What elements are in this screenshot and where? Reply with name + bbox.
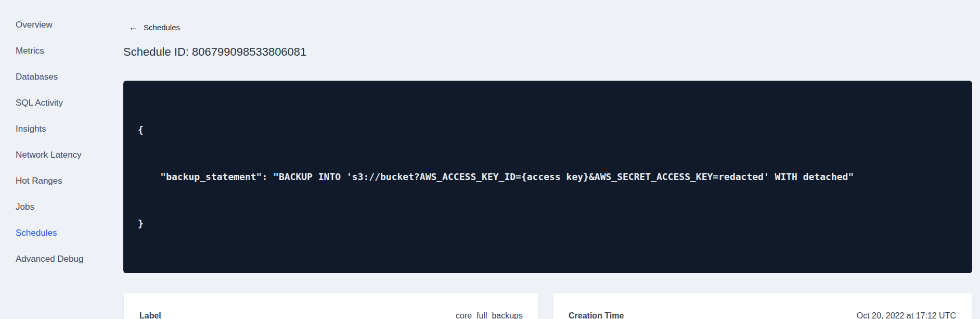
sidebar-item-network-latency[interactable]: Network Latency xyxy=(0,142,123,168)
sidebar: Overview Metrics Databases SQL Activity … xyxy=(0,0,123,319)
schedule-meta-card: Creation Time Oct 20, 2022 at 17:12 UTC … xyxy=(552,292,972,319)
sidebar-item-jobs[interactable]: Jobs xyxy=(0,194,123,220)
sidebar-item-schedules[interactable]: Schedules xyxy=(0,220,123,246)
code-line: { xyxy=(138,122,958,138)
sidebar-item-sql-activity[interactable]: SQL Activity xyxy=(0,90,123,116)
main-content: ← Schedules Schedule ID: 806799098533806… xyxy=(123,0,980,319)
code-line: } xyxy=(138,216,958,232)
sidebar-item-insights[interactable]: Insights xyxy=(0,116,123,142)
sidebar-item-overview[interactable]: Overview xyxy=(0,12,123,38)
schedule-details-card: Label core_full_backups Status ACTIVE St… xyxy=(123,292,539,319)
table-row: Label core_full_backups xyxy=(124,304,538,319)
row-value: core_full_backups xyxy=(456,311,523,319)
code-line: "backup_statement": "BACKUP INTO 's3://b… xyxy=(138,169,958,185)
sidebar-item-hot-ranges[interactable]: Hot Ranges xyxy=(0,168,123,194)
sidebar-item-advanced-debug[interactable]: Advanced Debug xyxy=(0,246,123,272)
page-title: Schedule ID: 806799098533806081 xyxy=(123,45,972,59)
table-row: Creation Time Oct 20, 2022 at 17:12 UTC xyxy=(553,304,972,319)
backup-statement-code-block: { "backup_statement": "BACKUP INTO 's3:/… xyxy=(123,81,972,273)
row-value: Oct 20, 2022 at 17:12 UTC xyxy=(857,311,956,319)
sidebar-item-databases[interactable]: Databases xyxy=(0,64,123,90)
sidebar-item-metrics[interactable]: Metrics xyxy=(0,38,123,64)
back-link-label: Schedules xyxy=(144,23,180,32)
back-to-schedules-link[interactable]: ← Schedules xyxy=(123,22,180,32)
row-label: Label xyxy=(139,311,161,319)
row-label: Creation Time xyxy=(569,311,624,319)
back-arrow-icon: ← xyxy=(128,22,138,32)
detail-cards-row: Label core_full_backups Status ACTIVE St… xyxy=(123,292,972,319)
